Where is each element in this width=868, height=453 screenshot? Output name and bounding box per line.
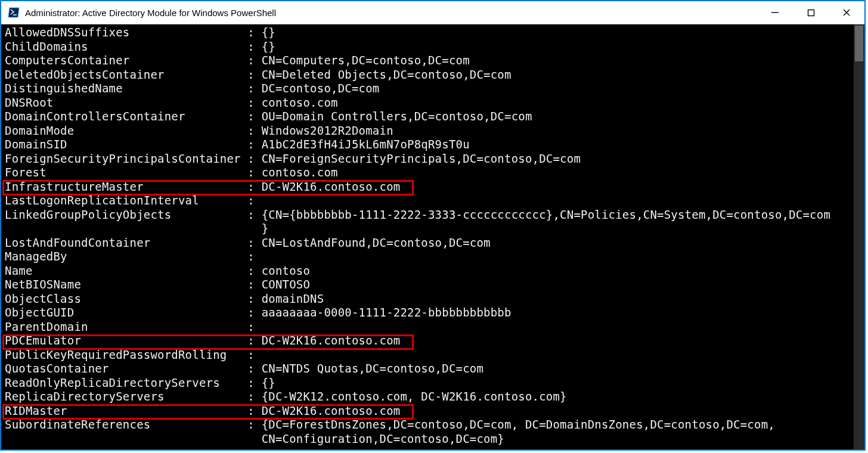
output-line: InfrastructureMaster : DC-W2K16.contoso.… bbox=[5, 180, 854, 194]
output-line: ForeignSecurityPrincipalsContainer : CN=… bbox=[5, 152, 854, 166]
output-line: LostAndFoundContainer : CN=LostAndFound,… bbox=[5, 236, 854, 250]
output-line: DomainControllersContainer : OU=Domain C… bbox=[5, 110, 854, 124]
output-line: CN=Configuration,DC=contoso,DC=com} bbox=[5, 432, 854, 446]
powershell-window: Administrator: Active Directory Module f… bbox=[0, 0, 866, 451]
output-line: Forest : contoso.com bbox=[5, 166, 854, 180]
output-line: NetBIOSName : CONTOSO bbox=[5, 278, 854, 292]
output-line: DomainMode : Windows2012R2Domain bbox=[5, 124, 854, 138]
vertical-scrollbar[interactable] bbox=[854, 24, 864, 449]
output-line: ManagedBy : bbox=[5, 250, 854, 264]
output-line: DeletedObjectsContainer : CN=Deleted Obj… bbox=[5, 68, 854, 82]
output-line: DNSRoot : contoso.com bbox=[5, 96, 854, 110]
output-line: ParentDomain : bbox=[5, 320, 854, 334]
output-line: Name : contoso bbox=[5, 264, 854, 278]
output-line: SubordinateReferences : {DC=ForestDnsZon… bbox=[5, 418, 854, 432]
output-line: ChildDomains : {} bbox=[5, 40, 854, 54]
output-line: DomainSID : A1bC2dE3fH4iJ5kL6mN7oP8qR9sT… bbox=[5, 138, 854, 152]
titlebar[interactable]: Administrator: Active Directory Module f… bbox=[1, 1, 864, 24]
output-line: } bbox=[5, 222, 854, 236]
output-line: PublicKeyRequiredPasswordRolling : bbox=[5, 348, 854, 362]
window-controls bbox=[757, 1, 864, 24]
svg-rect-3 bbox=[808, 10, 814, 15]
window-title: Administrator: Active Directory Module f… bbox=[25, 8, 276, 18]
output-line: AllowedDNSSuffixes : {} bbox=[5, 26, 854, 40]
output-line: DistinguishedName : DC=contoso,DC=com bbox=[5, 82, 854, 96]
minimize-button[interactable] bbox=[757, 1, 793, 24]
output-line: RIDMaster : DC-W2K16.contoso.com bbox=[5, 404, 854, 418]
scrollbar-thumb[interactable] bbox=[855, 26, 863, 61]
powershell-icon bbox=[7, 6, 20, 19]
close-button[interactable] bbox=[829, 1, 864, 24]
output-line: ObjectClass : domainDNS bbox=[5, 292, 854, 306]
output-line: LastLogonReplicationInterval : bbox=[5, 194, 854, 208]
output-line: ReadOnlyReplicaDirectoryServers : {} bbox=[5, 376, 854, 390]
output-line: QuotasContainer : CN=NTDS Quotas,DC=cont… bbox=[5, 362, 854, 376]
console-area: AllowedDNSSuffixes : {}ChildDomains : {}… bbox=[1, 24, 864, 449]
output-line: LinkedGroupPolicyObjects : {CN={bbbbbbbb… bbox=[5, 208, 854, 222]
output-line: PDCEmulator : DC-W2K16.contoso.com bbox=[5, 334, 854, 348]
output-line: ReplicaDirectoryServers : {DC-W2K12.cont… bbox=[5, 390, 854, 404]
output-line: ComputersContainer : CN=Computers,DC=con… bbox=[5, 54, 854, 68]
output-line: ObjectGUID : aaaaaaaa-0000-1111-2222-bbb… bbox=[5, 306, 854, 320]
console-output[interactable]: AllowedDNSSuffixes : {}ChildDomains : {}… bbox=[1, 24, 854, 449]
maximize-button[interactable] bbox=[793, 1, 829, 24]
